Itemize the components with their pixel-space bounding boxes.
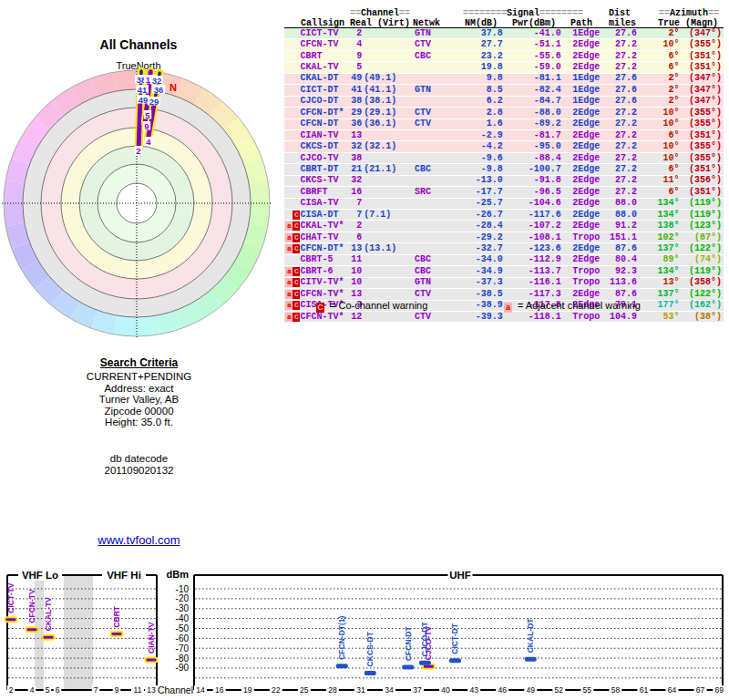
x-tick-label: 55 bbox=[583, 685, 592, 695]
cell-pwr: -100.7 bbox=[503, 165, 561, 174]
x-tick-label: 67 bbox=[696, 685, 705, 695]
cell-net: CTV bbox=[401, 40, 450, 49]
cell-real: 4 bbox=[348, 40, 363, 49]
cell-call: CFCN-DT* bbox=[300, 108, 347, 118]
cell-magn: (351°) bbox=[680, 131, 724, 140]
adjacent-channel-warning-icon: a bbox=[285, 301, 293, 310]
x-tick-label: 61 bbox=[640, 685, 649, 695]
cell-path: 2Edge bbox=[561, 165, 601, 174]
signal-bar-label: CICT-TV bbox=[6, 582, 15, 612]
cell-net: CTV bbox=[401, 108, 450, 118]
signal-bar bbox=[525, 657, 537, 662]
cell-nm: 23.2 bbox=[450, 52, 503, 61]
cell-true: 6° bbox=[637, 165, 680, 174]
x-tick-label: 19 bbox=[243, 685, 252, 695]
table-row: aCCFCN-TV*13CTV-38.5-117.32Edge87.6137°(… bbox=[284, 289, 724, 300]
cell-net: CTV bbox=[401, 290, 450, 299]
cell-magn: (122°) bbox=[680, 290, 724, 299]
cell-mk: aC bbox=[284, 301, 300, 310]
x-tick-label: 14 bbox=[196, 685, 205, 695]
cell-mi: 27.6 bbox=[600, 74, 637, 83]
table-row: CKAL-TV519.8-59.02Edge27.26°(351°) bbox=[284, 62, 724, 73]
cell-real: 13 bbox=[348, 244, 363, 253]
search-criteria-heading: Search Criteria bbox=[100, 356, 178, 369]
co-channel-warning-icon: C bbox=[316, 303, 324, 313]
cell-nm: -28.4 bbox=[450, 221, 503, 231]
cell-true: 134° bbox=[637, 267, 680, 276]
cell-mk: aC bbox=[284, 290, 300, 299]
table-row: CBRT-511CBC-34.0-112.92Edge80.489°(74°) bbox=[284, 255, 724, 266]
co-channel-warning-icon: C bbox=[293, 233, 300, 242]
cell-mi: 151.1 bbox=[600, 233, 637, 242]
adjacent-channel-warning-icon: a bbox=[285, 233, 293, 242]
cell-mi: 27.2 bbox=[600, 142, 637, 151]
cell-mi: 113.6 bbox=[600, 278, 637, 287]
search-line-city: Turner Valley, AB bbox=[50, 394, 228, 406]
cell-real: 10 bbox=[348, 267, 363, 276]
adjacent-channel-warning-icon: a bbox=[285, 221, 293, 231]
cell-pwr: -81.7 bbox=[503, 131, 561, 140]
cell-virt: (21.1) bbox=[362, 165, 401, 174]
cell-magn: (355°) bbox=[680, 40, 724, 49]
table-row: CBRT-DT21(21.1)CBC-9.8-100.72Edge27.26°(… bbox=[284, 164, 724, 175]
cell-call: CFCN-DT* bbox=[300, 244, 347, 253]
signal-bar-label: CIAN-TV bbox=[147, 622, 156, 654]
cell-mi: 27.2 bbox=[600, 40, 637, 49]
cell-real: 38 bbox=[348, 154, 363, 163]
cell-real: 12 bbox=[348, 313, 363, 322]
table-row: CJCO-DT38(38.1)6.2-84.71Edge27.62°(347°) bbox=[284, 97, 724, 108]
signal-bar-label: CFCN-TV bbox=[27, 589, 36, 623]
cell-magn: (347°) bbox=[680, 86, 724, 95]
table-row: CFCN-TV4CTV27.7-51.12Edge27.210°(355°) bbox=[284, 39, 724, 50]
signal-bar-label: CFCN-DT(1) bbox=[337, 615, 346, 659]
signal-bar bbox=[419, 661, 431, 665]
cell-true: 138° bbox=[637, 221, 680, 231]
station-channel-label: 49 bbox=[139, 95, 149, 105]
tvfool-link[interactable]: www.tvfool.com bbox=[98, 533, 180, 547]
cell-real: 16 bbox=[348, 188, 363, 197]
cell-virt: (32.1) bbox=[362, 142, 401, 151]
cell-mi: 27.2 bbox=[600, 154, 637, 163]
station-channel-label: 4 bbox=[146, 137, 151, 147]
cell-call: CKAL-DT bbox=[300, 74, 347, 83]
x-tick-label: 2 bbox=[9, 685, 14, 695]
cell-virt: (41.1) bbox=[362, 86, 401, 95]
cell-true: 89° bbox=[637, 255, 680, 264]
table-row: aCCBRT-610CBC-34.9-113.7Tropo92.3134°(11… bbox=[284, 266, 724, 277]
y-tick-label: -10 bbox=[176, 584, 190, 594]
cell-magn: (355°) bbox=[680, 108, 724, 118]
cell-true: 10° bbox=[637, 108, 680, 118]
y-tick-label: -60 bbox=[176, 633, 190, 643]
table-row: CKCS-TV32-13.0-91.82Edge27.211°(356°) bbox=[284, 176, 724, 187]
y-tick-label: -70 bbox=[176, 643, 190, 654]
x-tick-label: 46 bbox=[498, 685, 507, 695]
cell-nm: -34.0 bbox=[450, 255, 503, 264]
cell-path: 2Edge bbox=[561, 221, 601, 231]
db-datecode-block: db datecode 201109020132 bbox=[50, 453, 228, 476]
cell-mi: 27.2 bbox=[600, 188, 637, 197]
signal-bar bbox=[26, 627, 38, 632]
signal-bar bbox=[5, 617, 17, 622]
cell-path: 1Edge bbox=[561, 29, 601, 38]
cell-call: CKCS-DT bbox=[300, 142, 347, 151]
cell-call: CBRT-5 bbox=[300, 255, 347, 264]
cell-true: 2° bbox=[637, 74, 680, 83]
cell-call: CJCO-TV bbox=[300, 154, 347, 163]
cell-magn: (351°) bbox=[680, 52, 724, 61]
cell-path: 2Edge bbox=[561, 142, 601, 151]
cell-virt: (29.1) bbox=[362, 108, 401, 118]
cell-call: CBRT-6 bbox=[300, 267, 347, 276]
cell-true: 6° bbox=[637, 131, 680, 140]
cell-mk: aC bbox=[284, 313, 300, 322]
x-tick-label: 43 bbox=[469, 685, 478, 695]
table-row: CIAN-TV13-2.9-81.72Edge27.26°(351°) bbox=[284, 130, 724, 141]
all-channels-radar-chart: 249549413829361332N bbox=[0, 36, 282, 351]
cell-virt: (36.1) bbox=[362, 119, 401, 129]
cell-magn: (347°) bbox=[680, 29, 724, 38]
cell-true: 10° bbox=[637, 119, 680, 129]
cell-real: 2 bbox=[348, 29, 363, 38]
vhf-uhf-signal-chart: VHF LoVHF HiUHFdBm-10-20-30-40-50-60-70-… bbox=[0, 561, 729, 700]
cell-pwr: -59.0 bbox=[503, 63, 561, 72]
cell-real: 11 bbox=[348, 255, 363, 264]
signal-bar bbox=[43, 635, 55, 640]
